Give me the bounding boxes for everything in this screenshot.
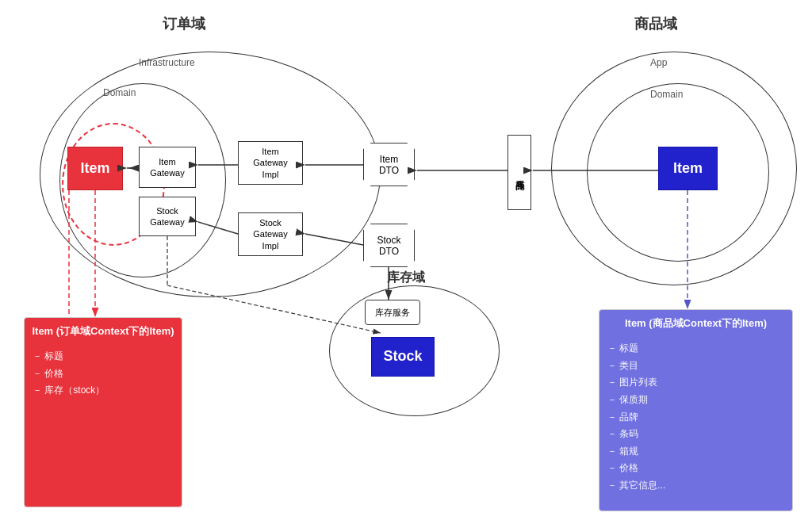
- right-card-title: Item (商品域Context下的Item): [599, 310, 792, 334]
- left-card: Item (订单域Context下的Item) － 标题 － 价格 － 库存（s…: [24, 317, 182, 507]
- right-card-item-1: － 类目: [607, 358, 784, 375]
- item-dto-octagon: ItemDTO: [363, 143, 415, 186]
- infrastructure-label: Infrastructure: [139, 57, 195, 68]
- right-card-item-5: － 条码: [607, 426, 784, 443]
- right-card-item-7: － 价格: [607, 460, 784, 477]
- stock-box: Stock: [371, 337, 435, 377]
- stock-gateway-box: StockGateway: [139, 197, 196, 236]
- left-domain-label: 订单域: [163, 14, 205, 33]
- left-card-body: － 标题 － 价格 － 库存（stock）: [25, 342, 182, 406]
- left-card-title: Item (订单域Context下的Item): [25, 318, 182, 342]
- app-label: App: [650, 57, 667, 68]
- right-card-item-4: － 品牌: [607, 409, 784, 427]
- right-card-item-2: － 图片列表: [607, 374, 784, 392]
- left-card-item-1: － 价格: [33, 365, 174, 383]
- item-box-left: Item: [67, 147, 123, 190]
- right-domain-label-inner: Domain: [650, 89, 683, 100]
- product-service-box: 商品服务: [508, 135, 531, 210]
- right-card-item-0: － 标题: [607, 340, 784, 358]
- left-card-item-0: － 标题: [33, 348, 174, 365]
- right-card-item-3: － 保质期: [607, 392, 784, 409]
- left-card-item-2: － 库存（stock）: [33, 382, 174, 400]
- stock-dto-octagon: StockDTO: [363, 224, 415, 267]
- inventory-service-box: 库存服务: [365, 300, 420, 325]
- item-gateway-box: ItemGateway: [139, 147, 196, 188]
- left-domain-label-inner: Domain: [103, 87, 136, 98]
- inventory-domain-label: 库存域: [387, 270, 425, 286]
- right-card-body: － 标题 － 类目 － 图片列表 － 保质期 － 品牌 － 条码 － 箱规 － …: [599, 334, 792, 500]
- diagram-container: 订单域 商品域 Infrastructure Domain Item ItemG…: [0, 0, 812, 528]
- item-gateway-impl-box: ItemGatewayImpl: [238, 141, 303, 185]
- right-card-item-8: － 其它信息...: [607, 477, 784, 495]
- right-card: Item (商品域Context下的Item) － 标题 － 类目 － 图片列表…: [599, 309, 793, 511]
- stock-gateway-impl-box: StockGatewayImpl: [238, 212, 303, 256]
- right-domain-label: 商品域: [634, 14, 677, 33]
- item-box-right: Item: [658, 147, 718, 190]
- right-card-item-6: － 箱规: [607, 443, 784, 461]
